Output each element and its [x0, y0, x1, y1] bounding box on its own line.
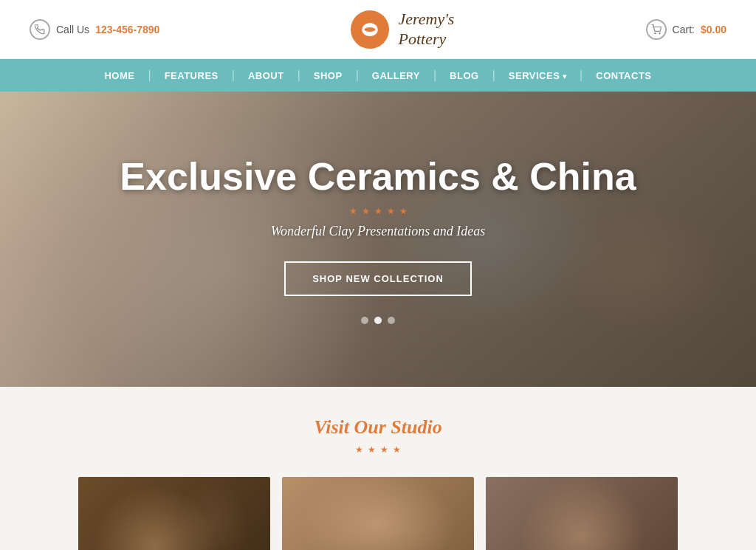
hero-title: Exclusive Ceramics & China	[120, 154, 636, 199]
nav-item-about[interactable]: ABOUT	[235, 70, 298, 81]
nav-item-blog[interactable]: BLOG	[436, 70, 492, 81]
nav-item-services[interactable]: SERVICES	[495, 70, 580, 81]
card-classes[interactable]: Classes	[282, 477, 474, 550]
shop-new-collection-button[interactable]: SHOP NEW COLLECTION	[284, 261, 472, 296]
studio-star-2: ★	[368, 444, 376, 455]
nav-link-home[interactable]: HOME	[91, 70, 148, 81]
studio-star-4: ★	[393, 444, 401, 455]
card-shop[interactable]: Shop	[78, 477, 270, 550]
studio-cards: Shop Classes Blog	[15, 477, 741, 550]
hero-star-5: ★	[399, 206, 408, 216]
svg-point-3	[659, 32, 660, 33]
header: Call Us 123-456-7890 Jeremy's Pottery Ca…	[0, 0, 756, 59]
contact-info: Call Us 123-456-7890	[30, 19, 159, 40]
studio-star-3: ★	[380, 444, 388, 455]
main-nav: HOME | FEATURES | ABOUT | SHOP | GALLERY…	[0, 59, 756, 92]
hero-dots	[361, 317, 395, 324]
hero-section: Exclusive Ceramics & China ★ ★ ★ ★ ★ Won…	[0, 92, 756, 387]
nav-link-gallery[interactable]: GALLERY	[359, 70, 433, 81]
cart-info[interactable]: Cart: $0.00	[646, 19, 726, 40]
nav-link-contacts[interactable]: CONTACTS	[583, 70, 664, 81]
card-blog[interactable]: Blog	[486, 477, 678, 550]
nav-link-shop[interactable]: SHOP	[300, 70, 356, 81]
hero-stars: ★ ★ ★ ★ ★	[349, 206, 408, 216]
nav-item-shop[interactable]: SHOP	[300, 70, 356, 81]
logo[interactable]: Jeremy's Pottery	[351, 10, 454, 49]
phone-icon	[30, 19, 50, 40]
nav-link-about[interactable]: ABOUT	[235, 70, 298, 81]
call-label: Call Us	[56, 24, 89, 35]
studio-star-1: ★	[355, 444, 363, 455]
nav-item-gallery[interactable]: GALLERY	[359, 70, 433, 81]
cart-icon	[646, 19, 667, 40]
nav-items: HOME | FEATURES | ABOUT | SHOP | GALLERY…	[91, 69, 664, 82]
card-classes-bg	[282, 477, 474, 550]
cart-label: Cart:	[673, 24, 695, 35]
studio-section: Visit Our Studio ★ ★ ★ ★ Shop Classes Bl…	[0, 387, 756, 550]
logo-icon	[351, 10, 389, 49]
hero-dot-3[interactable]	[388, 317, 395, 324]
nav-link-services[interactable]: SERVICES	[495, 70, 580, 81]
cart-amount: $0.00	[701, 24, 726, 35]
svg-point-1	[365, 27, 376, 32]
nav-item-features[interactable]: FEATURES	[151, 70, 232, 81]
nav-item-home[interactable]: HOME	[91, 70, 148, 81]
nav-link-features[interactable]: FEATURES	[151, 70, 232, 81]
nav-link-blog[interactable]: BLOG	[436, 70, 492, 81]
card-shop-bg	[78, 477, 270, 550]
card-blog-bg	[486, 477, 678, 550]
hero-star-3: ★	[374, 206, 382, 216]
hero-star-2: ★	[362, 206, 370, 216]
nav-item-contacts[interactable]: CONTACTS	[583, 70, 664, 81]
logo-text: Jeremy's Pottery	[398, 10, 454, 49]
studio-title: Visit Our Studio	[15, 416, 741, 439]
hero-dot-2[interactable]	[374, 317, 382, 324]
studio-stars: ★ ★ ★ ★	[15, 444, 741, 455]
phone-number[interactable]: 123-456-7890	[95, 24, 159, 35]
hero-star-1: ★	[349, 206, 357, 216]
hero-subtitle: Wonderful Clay Presentations and Ideas	[271, 224, 486, 239]
svg-point-2	[654, 32, 655, 33]
hero-content: Exclusive Ceramics & China ★ ★ ★ ★ ★ Won…	[0, 92, 756, 387]
hero-dot-1[interactable]	[361, 317, 368, 324]
hero-star-4: ★	[387, 206, 395, 216]
